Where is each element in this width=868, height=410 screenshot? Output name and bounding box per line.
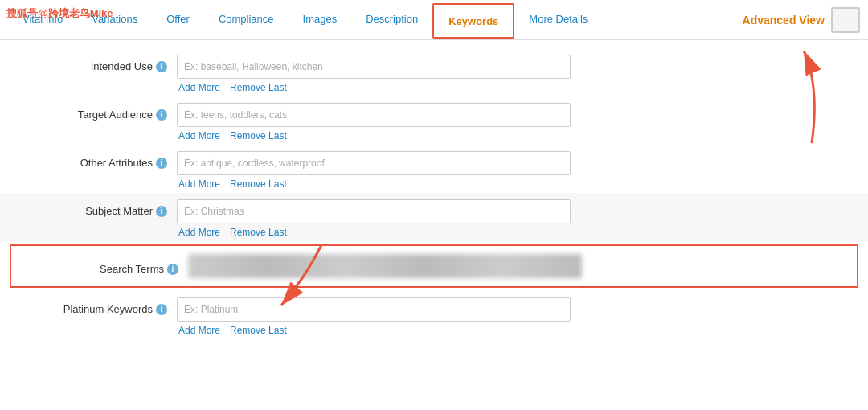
subject-matter-info-icon[interactable]: i — [156, 206, 167, 217]
intended-use-actions: Add More Remove Last — [177, 82, 579, 93]
intended-use-remove-last[interactable]: Remove Last — [230, 82, 287, 93]
main-content: Intended Use i Add More Remove Last Targ… — [0, 40, 868, 347]
nav-keywords[interactable]: Keywords — [432, 3, 514, 39]
subject-matter-input[interactable] — [177, 199, 571, 223]
platinum-keywords-actions: Add More Remove Last — [177, 325, 579, 336]
platinum-keywords-content: Add More Remove Last — [177, 297, 579, 336]
other-attributes-actions: Add More Remove Last — [177, 178, 579, 190]
platinum-keywords-label: Platinum Keywords i — [16, 297, 177, 315]
platinum-keywords-remove-last[interactable]: Remove Last — [230, 325, 287, 336]
intended-use-add-more[interactable]: Add More — [178, 82, 220, 93]
target-audience-input[interactable] — [177, 103, 571, 127]
search-terms-row: Search Terms i — [10, 244, 858, 288]
watermark: 搜狐号@跨境老鸟Mike — [6, 6, 113, 21]
advanced-view-toggle[interactable]: Advanced View — [743, 7, 860, 33]
subject-matter-remove-last[interactable]: Remove Last — [230, 227, 287, 238]
subject-matter-label: Subject Matter i — [16, 199, 177, 217]
platinum-keywords-add-more[interactable]: Add More — [178, 325, 220, 336]
subject-matter-actions: Add More Remove Last — [177, 227, 579, 238]
intended-use-input[interactable] — [177, 55, 571, 79]
top-nav: Vital Info Variations Offer Compliance I… — [0, 0, 868, 40]
subject-matter-row: Subject Matter i Add More Remove Last — [0, 193, 868, 241]
toggle-switch[interactable] — [831, 7, 860, 33]
other-attributes-input[interactable] — [177, 151, 571, 175]
search-terms-content — [188, 254, 590, 278]
platinum-keywords-input[interactable] — [177, 297, 571, 322]
target-audience-content: Add More Remove Last — [177, 103, 579, 141]
target-audience-row: Target Audience i Add More Remove Last — [0, 96, 868, 145]
subject-matter-content: Add More Remove Last — [177, 199, 579, 238]
nav-offer[interactable]: Offer — [152, 0, 204, 40]
nav-compliance[interactable]: Compliance — [204, 0, 289, 40]
search-terms-label: Search Terms i — [27, 257, 188, 275]
nav-images[interactable]: Images — [289, 0, 352, 40]
platinum-keywords-row: Platinum Keywords i Add More Remove Last — [0, 291, 868, 339]
target-audience-info-icon[interactable]: i — [156, 109, 167, 121]
search-terms-info-icon[interactable]: i — [167, 264, 178, 275]
other-attributes-row: Other Attributes i Add More Remove Last — [0, 145, 868, 193]
target-audience-label: Target Audience i — [16, 103, 177, 121]
target-audience-remove-last[interactable]: Remove Last — [230, 130, 287, 141]
other-attributes-label: Other Attributes i — [16, 151, 177, 169]
search-terms-redacted — [188, 254, 582, 278]
other-attributes-info-icon[interactable]: i — [156, 158, 167, 169]
nav-description[interactable]: Description — [351, 0, 432, 40]
target-audience-actions: Add More Remove Last — [177, 130, 579, 141]
intended-use-info-icon[interactable]: i — [156, 61, 167, 72]
intended-use-row: Intended Use i Add More Remove Last — [0, 48, 868, 96]
nav-more-details[interactable]: More Details — [514, 0, 602, 40]
other-attributes-content: Add More Remove Last — [177, 151, 579, 190]
subject-matter-add-more[interactable]: Add More — [178, 227, 220, 238]
platinum-keywords-info-icon[interactable]: i — [156, 304, 167, 315]
other-attributes-add-more[interactable]: Add More — [178, 178, 220, 190]
advanced-view-label: Advanced View — [743, 14, 825, 27]
intended-use-label: Intended Use i — [16, 55, 177, 72]
intended-use-content: Add More Remove Last — [177, 55, 579, 93]
other-attributes-remove-last[interactable]: Remove Last — [230, 178, 287, 190]
target-audience-add-more[interactable]: Add More — [178, 130, 220, 141]
